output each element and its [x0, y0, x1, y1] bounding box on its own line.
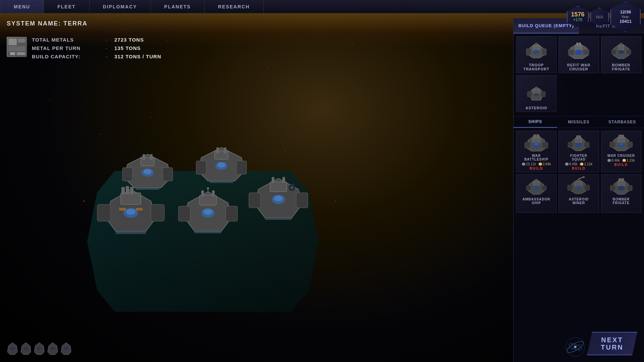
war-battleship-name: WARBATTLESHIP — [524, 154, 548, 161]
ship-unit-4[interactable] — [174, 188, 241, 238]
refit-war-cruiser-icon — [567, 41, 590, 60]
svg-rect-42 — [178, 206, 190, 221]
svg-rect-30 — [130, 187, 133, 194]
svg-rect-121 — [622, 178, 624, 181]
fleet-view — [34, 27, 288, 328]
tab-ships[interactable]: Ships — [514, 116, 557, 128]
svg-point-45 — [204, 209, 212, 215]
nav-value: N/A — [596, 14, 603, 19]
ship-unit-5[interactable] — [245, 174, 312, 225]
svg-rect-32 — [151, 204, 164, 221]
troop-transport-label: TROOPTRANSPORT — [523, 63, 549, 71]
build-capacity-value: 312 TONS / TURN — [114, 54, 161, 59]
svg-rect-31 — [97, 204, 111, 221]
asteroid-icon — [525, 84, 548, 103]
nav-fleet[interactable]: FLEET — [44, 0, 89, 13]
metal-icon-3 — [607, 159, 611, 162]
next-turn-button[interactable]: NEXT TURN — [587, 332, 637, 355]
unit-icon-3[interactable] — [34, 342, 45, 355]
queue-item-troop-transport[interactable]: TROOPTRANSPORT — [516, 36, 556, 73]
svg-point-133 — [51, 347, 55, 350]
svg-rect-5 — [17, 52, 25, 55]
fighter-squad-build-btn[interactable]: BUILD — [572, 167, 586, 170]
svg-rect-50 — [270, 182, 287, 192]
unit-icon-1[interactable] — [7, 342, 18, 355]
svg-rect-85 — [533, 134, 536, 138]
ship-unit-2[interactable] — [191, 144, 252, 188]
war-cruiser-gold-cost: 1.11k — [627, 159, 635, 162]
svg-point-48 — [207, 188, 209, 189]
queue-item-bomber-frigate[interactable]: BOMBERFRIGATE — [601, 36, 641, 73]
nav-planets[interactable]: PLANETS — [151, 0, 205, 13]
svg-rect-63 — [541, 49, 546, 55]
ship-unit-3[interactable] — [94, 184, 168, 238]
svg-rect-102 — [610, 142, 615, 147]
metal-change: +170 — [573, 17, 582, 22]
fighter-squad-gold-cost: 1.11k — [584, 162, 592, 166]
queue-item-asteroid[interactable]: ASTEROID — [516, 75, 556, 112]
svg-rect-114 — [584, 185, 590, 190]
total-metals-row: TOTAL METALS - 2723 TONS — [32, 37, 161, 43]
nav-hex: N/A — [590, 8, 609, 26]
svg-point-64 — [533, 50, 540, 54]
svg-rect-28 — [121, 187, 125, 194]
svg-point-115 — [575, 185, 582, 189]
svg-point-59 — [290, 186, 293, 189]
system-info: SYSTEM NAME: Terra — [7, 20, 88, 27]
svg-point-135 — [64, 347, 68, 350]
svg-rect-10 — [122, 168, 132, 181]
ship-card-bomber-frigate[interactable]: BOMBERFRIGATE — [601, 174, 641, 213]
war-cruiser-build-btn[interactable]: BUILD — [614, 163, 628, 167]
svg-rect-68 — [579, 43, 581, 46]
nav-menu[interactable]: MENU — [0, 0, 44, 13]
nav-display: N/A — [590, 8, 609, 26]
ship-card-war-cruiser[interactable]: WAR CRUISER 8.46k 1.11k BUILD — [601, 131, 641, 172]
svg-rect-46 — [195, 231, 221, 233]
year-value: 10411 — [620, 19, 632, 24]
galaxy-icon — [565, 337, 585, 357]
svg-rect-108 — [526, 186, 531, 190]
svg-rect-103 — [627, 142, 633, 147]
year-hex: 12/36 Year: 10411 — [610, 2, 641, 32]
ship-card-asteroid-miner[interactable]: ASTEROIDMINER — [558, 174, 599, 213]
tab-starbases[interactable]: Starbases — [600, 116, 644, 128]
unit-icon-2[interactable] — [20, 342, 32, 355]
svg-rect-57 — [265, 217, 292, 220]
svg-rect-67 — [576, 43, 578, 46]
category-tabs: Ships Missiles Starbases — [514, 116, 644, 128]
war-battleship-costs: 23.11k 2.64k — [522, 162, 551, 166]
top-navigation: MENU FLEET DIPLOMACY PLANETS RESEARCH — [0, 0, 644, 13]
svg-rect-122 — [610, 185, 615, 191]
war-cruiser-name: WAR CRUISER — [607, 154, 635, 158]
tab-missiles[interactable]: Missiles — [557, 116, 601, 128]
svg-rect-95 — [568, 142, 573, 147]
bomber-frigate-label: BOMBERFRIGATE — [612, 63, 630, 71]
bomber-frigate-icon — [609, 41, 633, 60]
svg-rect-37 — [136, 208, 143, 210]
svg-point-117 — [583, 176, 585, 178]
unit-icon-4[interactable] — [47, 342, 59, 355]
svg-point-129 — [24, 347, 28, 350]
svg-rect-73 — [619, 45, 624, 50]
ship-card-ambassador-ship[interactable]: AMBASSADORSHIP — [516, 174, 556, 213]
war-battleship-build-btn[interactable]: BUILD — [530, 167, 543, 170]
svg-rect-11 — [163, 168, 173, 181]
queue-item-refit-war-cruiser[interactable]: REFIT WARCRUISER — [558, 36, 599, 73]
svg-rect-92 — [575, 138, 582, 142]
nav-research[interactable]: RESEARCH — [205, 0, 264, 13]
svg-rect-35 — [116, 231, 146, 234]
next-turn-line1: NEXT — [601, 336, 623, 344]
nav-diplomacy[interactable]: DIPLOMACY — [90, 0, 151, 13]
svg-rect-36 — [119, 208, 126, 210]
metal-resource-display: 1576 +170 — [567, 6, 589, 28]
ship-card-war-battleship[interactable]: WARBATTLESHIP 23.11k 2.64k BUILD — [516, 131, 556, 172]
svg-rect-27 — [121, 193, 141, 204]
troop-transport-icon — [525, 41, 548, 60]
svg-rect-96 — [584, 142, 589, 147]
ship-card-fighter-squad[interactable]: FIGHTERSQUAD 8.46k 1.11k BUILD — [558, 131, 599, 172]
svg-point-97 — [575, 142, 582, 147]
svg-point-131 — [37, 347, 41, 350]
svg-rect-93 — [576, 135, 578, 138]
unit-icon-5[interactable] — [60, 342, 72, 355]
asteroid-label: ASTEROID — [526, 106, 547, 110]
